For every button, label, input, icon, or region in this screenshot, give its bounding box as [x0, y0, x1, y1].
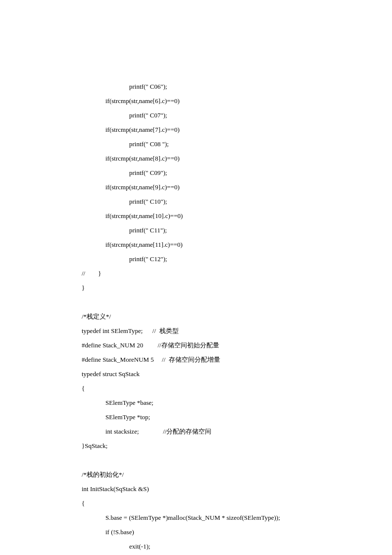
- blank-line: [82, 295, 310, 309]
- code-line: printf(" C08 ");: [82, 137, 310, 151]
- code-page: printf(" C06");if(strcmp(str,name[6].c)=…: [0, 0, 392, 555]
- code-line: typedef struct SqStack: [82, 367, 310, 381]
- code-line: printf(" C06");: [82, 79, 310, 94]
- code-line: // }: [82, 266, 310, 280]
- code-line: {: [82, 381, 310, 395]
- code-line: printf(" C09");: [82, 166, 310, 180]
- code-line: if(strcmp(str,name[7].c)==0): [82, 122, 310, 137]
- code-line: printf(" C10");: [82, 194, 310, 209]
- code-line: SElemType *top;: [82, 410, 310, 424]
- code-line: }: [82, 280, 310, 295]
- code-line: }SqStack;: [82, 439, 310, 453]
- code-line: /*栈定义*/: [82, 309, 310, 324]
- code-line: exit(-1);: [82, 539, 310, 554]
- code-line: {: [82, 496, 310, 510]
- code-line: if(strcmp(str,name[8].c)==0): [82, 151, 310, 166]
- code-line: if(strcmp(str,name[11].c)==0): [82, 237, 310, 252]
- code-line: SElemType *base;: [82, 395, 310, 410]
- code-line: if(strcmp(str,name[10].c)==0): [82, 209, 310, 223]
- code-line: if(strcmp(str,name[9].c)==0): [82, 180, 310, 194]
- code-line: printf(" C07");: [82, 108, 310, 122]
- code-line: printf(" C12");: [82, 252, 310, 266]
- code-line: S.base = (SElemType *)malloc(Stack_NUM *…: [82, 510, 310, 525]
- code-line: int stacksize; //分配的存储空间: [82, 424, 310, 439]
- code-line: /*栈的初始化*/: [82, 467, 310, 482]
- code-line: if (!S.base): [82, 525, 310, 539]
- code-line: #define Stack_MoreNUM 5 // 存储空间分配增量: [82, 352, 310, 367]
- blank-line: [82, 453, 310, 467]
- code-line: if(strcmp(str,name[6].c)==0): [82, 94, 310, 108]
- code-line: #define Stack_NUM 20 //存储空间初始分配量: [82, 338, 310, 352]
- code-line: typedef int SElemType; // 栈类型: [82, 324, 310, 338]
- code-line: printf(" C11");: [82, 223, 310, 237]
- code-line: int InitStack(SqStack &S): [82, 482, 310, 496]
